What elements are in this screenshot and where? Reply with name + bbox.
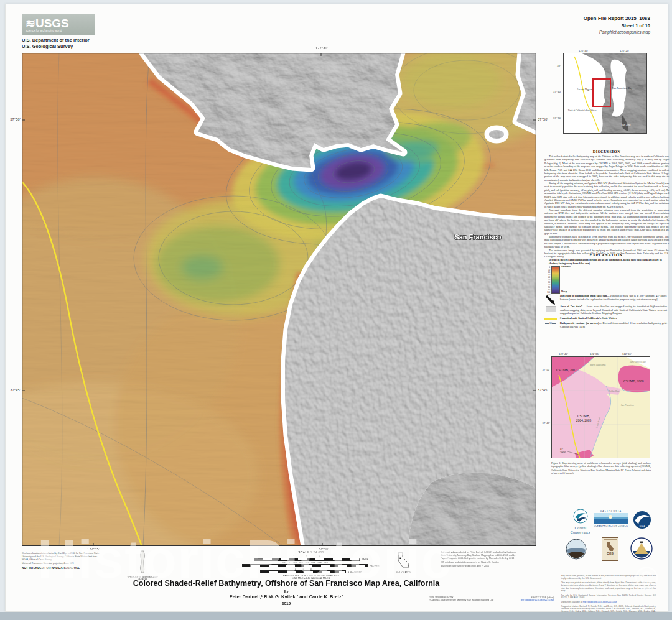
location-inset-map[interactable]: Area of Map San Francisco Bay Limit of C… (563, 53, 647, 134)
usgs-wave-icon: ≋ (26, 17, 35, 30)
discussion-paragraph: Processed soundings from the different m… (544, 208, 669, 235)
california-outline-icon (396, 552, 410, 569)
graticule-label-right-top: 37°50' (538, 118, 548, 121)
figure1-lon2: 122°35' (590, 353, 599, 356)
inset-limit-label: Limit of California's State Waters (568, 109, 597, 112)
dept-interior: U.S. Department of the Interior (22, 37, 90, 44)
report-identifier: Open-File Report 2015–1068 Sheet 1 of 10… (526, 15, 650, 35)
sheet-number: Sheet 1 of 10 (526, 22, 650, 29)
contour-symbol: 10 (543, 322, 559, 325)
graticule-label-left-bottom: 37°45' (5, 388, 21, 392)
colorbar-ticks: 0 10 20 30 40 50 60 70 80 90 100 110 (541, 266, 550, 292)
pamphlet-note: Pamphlet accompanies map (526, 29, 650, 35)
usgs-logo: ≋USGS science for a changing world (22, 14, 95, 35)
noaa-icon: NOAA (633, 511, 651, 529)
inset-bay-label: San Francisco Bay (612, 86, 633, 90)
for-sale-note: For sale by U.S. Geological Survey, Info… (561, 594, 656, 599)
figure1-lon1: 122°40' (559, 353, 568, 356)
map-location-caption: MAP LOCATION (390, 571, 417, 574)
cartography-credits: Bathymetry data collected by Peter Dartn… (441, 551, 520, 568)
svg-text:CSU MONTEREY BAY: CSU MONTEREY BAY (634, 557, 650, 559)
explanation-depth-note: Depth (in meters) and illumination (brig… (549, 258, 667, 265)
no-data-swatch (546, 306, 556, 312)
inset-area-of-map-label: Area of Map (577, 88, 589, 91)
figure1-survey-map[interactable]: CSUMB, 2007 CSUMB, 2008 CSUMB, 2004, 200… (551, 356, 650, 458)
figure1-csumb2007-label: CSUMB, 2007 (556, 368, 577, 372)
illumination-arrow-icon (545, 295, 556, 306)
habitat-studies-icon (566, 539, 587, 560)
figure1-lat2: 37°45' (538, 422, 550, 425)
colorbar-shallow-label: Shallow (561, 265, 571, 268)
discussion-paragraph: This colored shaded-relief bathymetry ma… (544, 155, 669, 182)
graticule-label-bottom-left: 122°35' (80, 547, 106, 551)
issn-block: ISSN 2331-1258 (online) http://dx.doi.or… (515, 596, 554, 601)
map-area-outline-icon (133, 550, 152, 573)
svg-text:2004, 2005: 2004, 2005 (576, 419, 592, 422)
state-waters-swatch (544, 318, 557, 320)
department-lines: U.S. Department of the Interior U.S. Geo… (22, 37, 90, 50)
alcatraz-island (489, 130, 504, 139)
main-map-canvas: San Francisco (22, 53, 536, 546)
usgs-logo-text: USGS (35, 17, 69, 30)
figure1-csumb2008-label: CSUMB, 2008 (623, 379, 644, 383)
inset-lon-left: 122°40' (579, 49, 589, 52)
legend-contour: Bathymetric contour (in meters)— Derived… (560, 322, 667, 328)
svg-text:NOAA: NOAA (640, 525, 645, 528)
coastal-conservancy-icon (573, 509, 588, 524)
onshore-data-note: Onshore-elevation data collected by Eart… (22, 552, 100, 562)
discussion-body: This colored shaded-relief bathymetry ma… (544, 155, 669, 259)
scale-title: SCALE 1:24 000 (229, 551, 393, 554)
discussion-section: DISCUSSION This colored shaded-relief ba… (544, 149, 669, 259)
digital-files-link[interactable]: http://dx.doi.org/10.3133/ofr20151068 (582, 601, 617, 603)
figure1-lon3: 122°30' (622, 353, 632, 356)
byline: By (68, 590, 504, 593)
inset-lat-mid: 37°40' (549, 90, 561, 93)
scale-bar-feet (242, 564, 368, 567)
inset-lat-bottom: 37°20' (549, 116, 561, 119)
opc-picture (594, 513, 628, 524)
trade-names-disclaimer: Any use of trade, product, or firm names… (561, 575, 656, 580)
figure1-goldengate-label: Golden Gate (609, 390, 620, 392)
inset-san-jose-label: San Jose (622, 124, 631, 126)
seafloor-mapping-lab-icon: SEAFLOOR MAPPING LAB CSU MONTEREY BAY (630, 537, 653, 560)
graticule-label-left-top: 37°50' (5, 118, 21, 121)
inset-lat-top: 38° (553, 64, 561, 67)
inset-lon-right: 122°20' (620, 49, 630, 52)
photo-bottom-band (0, 612, 672, 620)
depth-colorbar (551, 266, 560, 294)
figure1-sfbay-label: San Francisco Bay (630, 361, 646, 363)
usgs-tagline: science for a changing world (26, 29, 95, 32)
figure1-sanfrancisco-label: San Francisco (621, 404, 634, 407)
explanation-heading: EXPLANATION (541, 252, 671, 257)
figure1-lat1: 37°50' (538, 368, 550, 371)
map-area-diagram: OFFSHORE OF SAN FRANCISCOMAP AREA (121, 550, 164, 581)
footnote-csumb: ²California State University, Monterey B… (429, 599, 516, 602)
san-francisco-label: San Francisco (454, 233, 501, 241)
svg-text:2006: 2006 (560, 451, 566, 454)
scale-bar-km (260, 570, 346, 573)
figure1-csumb0405-label: CSUMB, (577, 414, 590, 418)
graticule-label-top: 122°30' (309, 46, 335, 50)
report-number: Open-File Report 2015–1068 (526, 15, 650, 22)
discussion-heading: DISCUSSION (544, 149, 669, 154)
doi-link[interactable]: http://dx.doi.org/10.3133/ofr20151068 (515, 599, 554, 601)
figure1-caption: Figure 1. Map showing areas of multibeam… (551, 461, 651, 474)
plotter-disclaimer: This map was printed on an electronic pl… (561, 581, 656, 592)
svg-text:SEAFLOOR MAPPING LAB: SEAFLOOR MAPPING LAB (632, 539, 651, 541)
cgs-text: CGS (607, 552, 614, 555)
main-map[interactable]: San Francisco (22, 53, 536, 546)
navigation-warning: NOT INTENDED FOR NAVIGATIONAL USE (22, 567, 100, 570)
discussion-paragraph: Bathymetric contours were generated at 1… (544, 235, 669, 249)
logo-ocean-protection-council: CALIFORNIA OCEAN PROTECTION COUNCIL (593, 510, 629, 527)
figure1-marin-label: Marin Headlands (589, 364, 606, 366)
projection-note: Universal Transverse Mercator projection… (22, 562, 100, 565)
discussion-paragraph: During all the mapping missions, an Appl… (544, 182, 669, 208)
footer-left-notes: Onshore-elevation data collected by Eart… (22, 552, 100, 571)
graticule-label-right-bottom: 37°45' (538, 388, 548, 392)
author-footnotes: ¹U.S. Geological Survey ²California Stat… (429, 596, 516, 602)
dept-usgs: U.S. Geological Survey (22, 44, 90, 50)
sheet-title: Colored Shaded-Relief Bathymetry, Offsho… (68, 579, 504, 588)
legend-illumination: Direction of illumination from false sun… (560, 294, 667, 301)
logo-cgs: CGS (602, 537, 618, 561)
map-location-block: MAP LOCATION (390, 552, 417, 574)
